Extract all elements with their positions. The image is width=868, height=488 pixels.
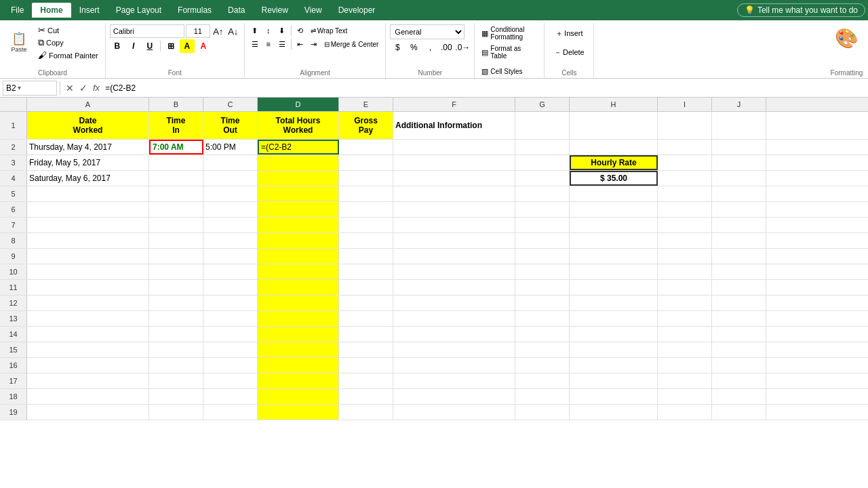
cell-H5[interactable] [570,186,658,201]
cell-F9[interactable] [393,249,515,264]
cell-C6[interactable] [203,202,258,217]
cell-A9[interactable] [27,249,149,264]
cut-button[interactable]: ✂ Cut [35,24,101,36]
formula-confirm-button[interactable]: ✓ [77,81,90,95]
cell-F3[interactable] [393,155,515,170]
cell-C3[interactable] [203,155,258,170]
delete-button[interactable]: － Delete [549,43,589,61]
cell-D3[interactable] [258,155,339,170]
cell-C18[interactable] [203,389,258,404]
tab-insert[interactable]: Insert [71,3,108,18]
cell-F2[interactable] [393,140,515,155]
cell-I19[interactable] [658,405,712,420]
cell-B4[interactable] [149,171,203,186]
align-right-button[interactable]: ☰ [276,38,288,50]
cell-A14[interactable] [27,327,149,342]
align-top-button[interactable]: ⬆ [249,24,261,37]
cell-A5[interactable] [27,186,149,201]
cell-F1[interactable]: Additional Information [393,112,515,139]
cell-I14[interactable] [658,327,712,342]
cell-A2[interactable]: Thursday, May 4, 2017 [27,140,149,155]
align-bottom-button[interactable]: ⬇ [276,24,288,37]
cell-H7[interactable] [570,218,658,232]
font-name-input[interactable] [110,24,184,38]
cell-H4[interactable]: $ 35.00 [570,171,658,186]
cell-E8[interactable] [339,233,393,248]
format-as-table-button[interactable]: ▤ Format as Table [479,43,540,61]
cell-E1[interactable]: GrossPay [339,112,393,139]
cell-G16[interactable] [515,358,570,373]
cell-B5[interactable] [149,186,203,201]
fill-color-button[interactable]: A [180,39,195,53]
align-middle-button[interactable]: ↕ [262,24,275,37]
cell-J18[interactable] [712,389,766,404]
col-header-I[interactable]: I [658,98,712,111]
cell-E12[interactable] [339,296,393,310]
tab-formulas[interactable]: Formulas [170,3,220,18]
col-header-J[interactable]: J [712,98,766,111]
cell-J8[interactable] [712,233,766,248]
cell-J14[interactable] [712,327,766,342]
col-header-F[interactable]: F [393,98,515,111]
cell-E10[interactable] [339,264,393,279]
cell-J17[interactable] [712,373,766,388]
cell-J7[interactable] [712,218,766,232]
conditional-formatting-button[interactable]: ▦ Conditional Formatting [479,24,540,42]
cell-G9[interactable] [515,249,570,264]
cell-C17[interactable] [203,373,258,388]
cell-E19[interactable] [339,405,393,420]
cell-H14[interactable] [570,327,658,342]
row-num-10[interactable]: 10 [0,264,27,279]
cell-I13[interactable] [658,311,712,326]
paste-button[interactable]: 📋 Paste [4,24,34,61]
cell-D9[interactable] [258,249,339,264]
bold-button[interactable]: B [110,39,125,53]
row-num-8[interactable]: 8 [0,233,27,248]
cell-E18[interactable] [339,389,393,404]
indent-decrease-button[interactable]: ⇤ [294,38,307,50]
cell-E3[interactable] [339,155,393,170]
cell-I2[interactable] [658,140,712,155]
increase-decimal-button[interactable]: .0→ [455,41,470,54]
cell-E11[interactable] [339,280,393,295]
cell-J10[interactable] [712,264,766,279]
cell-I15[interactable] [658,342,712,357]
cell-B7[interactable] [149,218,203,232]
cell-C12[interactable] [203,296,258,310]
cell-A8[interactable] [27,233,149,248]
cell-C9[interactable] [203,249,258,264]
cell-B13[interactable] [149,311,203,326]
cell-C7[interactable] [203,218,258,232]
cell-H10[interactable] [570,264,658,279]
row-num-5[interactable]: 5 [0,186,27,201]
col-header-D[interactable]: D [258,98,339,111]
row-num-9[interactable]: 9 [0,249,27,264]
cell-I18[interactable] [658,389,712,404]
cell-G10[interactable] [515,264,570,279]
cell-A1[interactable]: DateWorked [27,112,149,139]
align-left-button[interactable]: ☰ [249,38,261,50]
row-num-3[interactable]: 3 [0,155,27,170]
cell-F17[interactable] [393,373,515,388]
cell-A3[interactable]: Friday, May 5, 2017 [27,155,149,170]
cell-B9[interactable] [149,249,203,264]
cell-G12[interactable] [515,296,570,310]
cell-B10[interactable] [149,264,203,279]
cell-B15[interactable] [149,342,203,357]
row-num-14[interactable]: 14 [0,327,27,342]
cell-C1[interactable]: TimeOut [203,112,258,139]
cell-J6[interactable] [712,202,766,217]
cell-D13[interactable] [258,311,339,326]
cell-D2[interactable]: =(C2-B2 [258,140,339,155]
cell-A10[interactable] [27,264,149,279]
cell-J5[interactable] [712,186,766,201]
row-num-15[interactable]: 15 [0,342,27,357]
cell-A13[interactable] [27,311,149,326]
cell-C8[interactable] [203,233,258,248]
decrease-decimal-button[interactable]: .00 [439,41,454,54]
cell-I16[interactable] [658,358,712,373]
cell-F13[interactable] [393,311,515,326]
cell-I1[interactable] [658,112,712,139]
cell-H11[interactable] [570,280,658,295]
cell-J4[interactable] [712,171,766,186]
